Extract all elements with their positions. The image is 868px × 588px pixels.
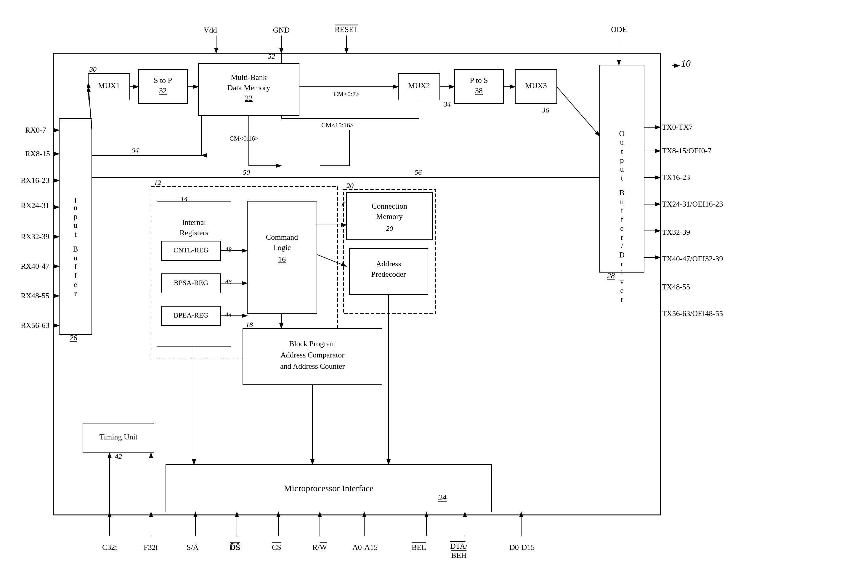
svg-text:48: 48 [225,246,232,253]
svg-rect-17 [600,65,644,272]
svg-text:e: e [74,280,77,289]
svg-text:r: r [74,289,77,298]
rx-label-56-63: RX56-63 [21,321,49,330]
svg-text:f: f [74,262,77,271]
svg-text:Predecoder: Predecoder [371,270,406,279]
svg-text:46: 46 [225,278,232,286]
svg-text:n: n [74,203,78,212]
svg-text:B: B [73,245,78,253]
tx-label-8-15: TX8-15/OEI0-7 [662,146,712,155]
svg-text:BPSA-REG: BPSA-REG [174,279,208,286]
svg-text:52: 52 [268,52,275,60]
svg-line-114 [557,87,600,136]
svg-text:Connection: Connection [369,200,404,209]
f32i-label: F32i [144,543,158,552]
svg-text:ODE: ODE [611,25,627,34]
svg-text:Internal: Internal [182,218,206,227]
svg-text:38: 38 [475,86,483,95]
svg-text:t: t [621,147,623,156]
svg-rect-57 [151,186,338,358]
svg-text:f: f [74,271,77,280]
svg-rect-93 [83,423,154,453]
svg-text:O: O [619,129,625,138]
svg-text:BPEA-REG: BPEA-REG [174,311,208,319]
rw-label: R/W [313,543,327,552]
svg-rect-38 [88,74,130,100]
svg-rect-76 [344,189,435,314]
rx-label-8-15: RX8-15 [25,149,50,158]
svg-rect-54 [515,69,557,103]
svg-text:P to S: P to S [470,76,488,85]
tx-label-48-55: TX48-55 [662,283,690,292]
svg-rect-48 [398,74,440,100]
svg-rect-44 [198,63,299,115]
svg-text:u: u [74,253,78,262]
svg-text:10: 10 [681,58,691,69]
svg-text:32: 32 [159,86,167,95]
svg-text:28: 28 [607,271,615,280]
dta-beh-label: DTA/BEH [450,542,468,560]
rx-label-40-47: RX40-47 [21,262,49,271]
rx-label-48-55: RX48-55 [21,292,49,301]
svg-text:34: 34 [443,100,451,108]
svg-text:Multi-Bank: Multi-Bank [231,73,267,82]
svg-text:r: r [621,295,623,304]
svg-text:Logic: Logic [273,243,291,252]
svg-text:CNTL-REG: CNTL-REG [174,246,209,254]
svg-text:36: 36 [542,106,549,114]
diagram-svg: I n p u t B u f f e r 26 O u t p u t B u… [24,18,823,565]
svg-line-147 [88,83,92,130]
svg-rect-66 [161,274,221,293]
bel-label: BEL [412,543,426,552]
svg-text:Address: Address [376,259,401,268]
svg-rect-88 [243,329,382,385]
svg-rect-72 [247,201,317,314]
rx-label-0-7: RX0-7 [25,126,46,135]
svg-text:r: r [621,233,623,242]
svg-text:24: 24 [438,493,447,502]
tx-label-0-7: TX0-TX7 [662,123,693,132]
svg-text:and Address Counter: and Address Counter [280,362,345,370]
svg-text:p: p [620,156,624,165]
svg-text:CM<15:16>: CM<15:16> [321,121,354,129]
svg-line-152 [317,255,347,266]
diagram-container: I n p u t B u f f e r 26 O u t p u t B u… [24,18,823,565]
svg-text:20: 20 [347,182,354,189]
svg-text:D: D [619,251,625,259]
svg-text:Data Memory: Data Memory [227,84,270,92]
svg-line-140 [88,87,92,130]
svg-text:Command: Command [266,233,298,242]
svg-text:Memory: Memory [369,211,396,219]
svg-text:CM<0:7>: CM<0:7> [334,90,359,98]
svg-text:20: 20 [386,225,393,232]
svg-text:S to P: S to P [154,76,172,85]
svg-text:u: u [620,165,624,173]
svg-rect-59 [157,201,231,346]
svg-text:Microprocessor Interface: Microprocessor Interface [284,483,373,493]
svg-text:Registers: Registers [180,228,208,237]
svg-text:42: 42 [115,452,122,460]
svg-text:16: 16 [278,255,286,264]
svg-rect-63 [161,241,221,261]
rx-label-32-39: RX32-39 [21,232,49,241]
svg-text:Block Program: Block Program [289,339,336,348]
svg-text:u: u [620,197,624,206]
svg-text:e: e [620,286,624,295]
svg-text:Timing Unit: Timing Unit [99,433,138,441]
svg-text:Address Comparator: Address Comparator [280,351,344,359]
d0-d15-label: D0-D15 [509,543,534,552]
a0-a15-label: A0-A15 [353,543,378,552]
svg-text:v: v [620,277,624,286]
rx-label-16-23: RX16-23 [21,176,49,185]
svg-text:54: 54 [132,146,139,154]
svg-text:f: f [621,206,623,215]
svg-text:MUX3: MUX3 [525,81,547,90]
svg-rect-69 [161,306,221,326]
svg-text:B: B [619,189,624,197]
svg-text:I: I [74,196,77,205]
svg-rect-41 [139,69,187,103]
svg-text:u: u [74,221,78,230]
cs-label: CS [272,543,281,552]
svg-text:e: e [620,224,624,233]
svg-text:Connection: Connection [372,202,407,211]
